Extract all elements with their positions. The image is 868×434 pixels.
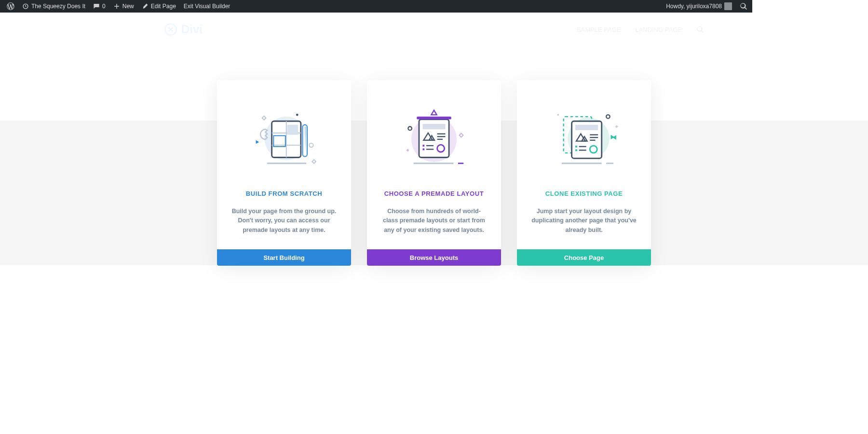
card-title: BUILD FROM SCRATCH [246, 190, 323, 197]
account-menu[interactable]: Howdy, yijuriloxa7808 [662, 0, 736, 13]
card-clone-page: CLONE EXISTING PAGE Jump start your layo… [517, 80, 651, 266]
choose-page-button[interactable]: Choose Page [517, 249, 651, 266]
svg-point-10 [309, 143, 313, 147]
svg-rect-25 [422, 149, 424, 150]
pencil-icon [142, 3, 149, 10]
svg-marker-11 [256, 140, 259, 144]
svg-point-32 [408, 127, 412, 131]
card-build-from-scratch: BUILD FROM SCRATCH Build your page from … [217, 80, 351, 266]
wp-logo-menu[interactable] [3, 0, 18, 13]
exit-builder-link[interactable]: Exit Visual Builder [180, 0, 234, 13]
svg-rect-12 [262, 116, 266, 120]
layout-chooser-modal: BUILD FROM SCRATCH Build your page from … [217, 80, 651, 266]
dashboard-icon [22, 3, 29, 10]
card-body: BUILD FROM SCRATCH Build your page from … [217, 80, 351, 249]
build-scratch-illustration [245, 107, 323, 170]
svg-rect-24 [422, 145, 424, 147]
plus-icon [113, 3, 120, 10]
comments-count: 0 [102, 3, 106, 10]
svg-rect-37 [575, 125, 598, 130]
svg-rect-17 [417, 117, 451, 120]
search-menu[interactable] [736, 0, 749, 13]
card-body: CLONE EXISTING PAGE Jump start your layo… [517, 80, 651, 249]
site-logo-text: Divi [181, 23, 203, 36]
svg-rect-43 [575, 146, 577, 148]
background-nav: SAMPLE PAGE LANDING PAGE [577, 26, 704, 33]
svg-rect-6 [287, 125, 298, 135]
admin-bar-right: Howdy, yijuriloxa7808 [662, 0, 749, 13]
new-content-menu[interactable]: New [109, 0, 138, 13]
start-building-button[interactable]: Start Building [217, 249, 351, 266]
comment-icon [93, 3, 100, 10]
edit-page-label: Edit Page [151, 3, 176, 10]
admin-bar-left: The Squeezy Does It 0 New Edit Page Exit… [3, 0, 234, 13]
clone-page-illustration [545, 107, 623, 170]
svg-point-53 [557, 114, 559, 116]
card-body: CHOOSE A PREMADE LAYOUT Choose from hund… [367, 80, 501, 249]
site-menu[interactable]: The Squeezy Does It [18, 0, 89, 13]
card-premade-layout: CHOOSE A PREMADE LAYOUT Choose from hund… [367, 80, 501, 266]
svg-point-52 [606, 115, 610, 119]
nav-search-icon [696, 26, 704, 33]
card-title: CLONE EXISTING PAGE [545, 190, 623, 197]
card-title: CHOOSE A PREMADE LAYOUT [384, 190, 484, 197]
card-description: Jump start your layout design by duplica… [531, 207, 637, 235]
background-header: Divi SAMPLE PAGE LANDING PAGE [0, 13, 752, 46]
card-description: Choose from hundreds of world-class prem… [381, 207, 487, 235]
search-icon [740, 2, 747, 10]
svg-rect-13 [312, 160, 316, 163]
comments-menu[interactable]: 0 [89, 0, 109, 13]
svg-rect-18 [422, 124, 445, 129]
browse-layouts-button[interactable]: Browse Layouts [367, 249, 501, 266]
svg-rect-44 [575, 149, 577, 151]
nav-link-landing: LANDING PAGE [635, 26, 682, 33]
premade-layout-illustration [395, 107, 473, 170]
svg-marker-31 [431, 110, 436, 115]
site-name-label: The Squeezy Does It [31, 3, 85, 10]
edit-page-link[interactable]: Edit Page [138, 0, 180, 13]
svg-rect-33 [459, 133, 463, 137]
nav-link-sample: SAMPLE PAGE [577, 26, 621, 33]
site-logo: Divi [164, 23, 203, 36]
wordpress-icon [7, 2, 14, 10]
new-label: New [122, 3, 134, 10]
greeting-label: Howdy, yijuriloxa7808 [666, 3, 722, 10]
wp-admin-bar: The Squeezy Does It 0 New Edit Page Exit… [0, 0, 752, 13]
svg-marker-51 [611, 135, 615, 139]
svg-point-14 [296, 114, 298, 116]
card-description: Build your page from the ground up. Don'… [231, 207, 337, 235]
avatar-icon [724, 2, 732, 10]
exit-builder-label: Exit Visual Builder [184, 3, 231, 10]
